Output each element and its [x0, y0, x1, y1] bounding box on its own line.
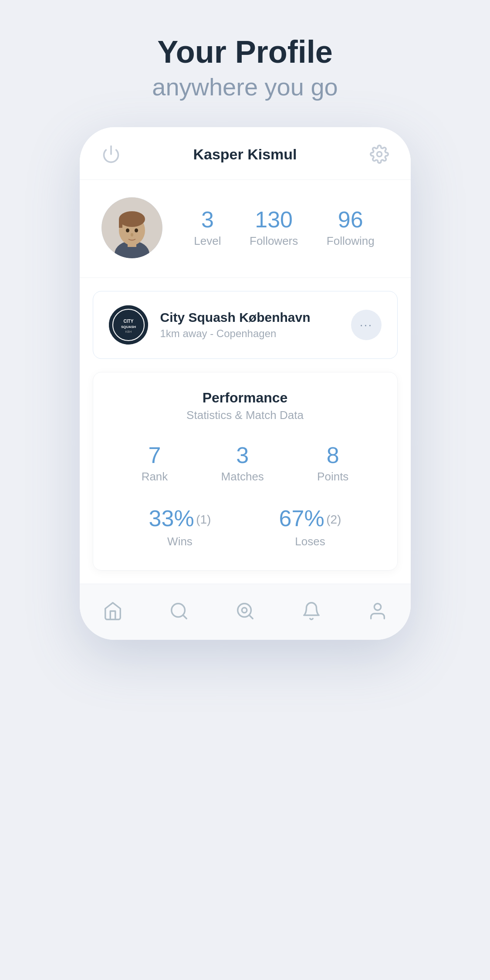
level-label: Level — [194, 234, 221, 248]
svg-rect-7 — [119, 219, 122, 228]
club-info: City Squash København 1km away - Copenha… — [160, 310, 351, 340]
performance-stats-row: 7 Rank 3 Matches 8 Points — [115, 444, 375, 483]
win-loss-row: 33% (1) Wins 67% (2) Loses — [115, 505, 375, 548]
settings-icon[interactable] — [370, 145, 389, 164]
nav-home[interactable] — [100, 598, 126, 624]
page-subtitle: anywhere you go — [152, 73, 338, 101]
loses-item: 67% (2) Loses — [279, 505, 341, 548]
phone-mockup: Kasper Kismul — [80, 127, 411, 640]
nav-notifications[interactable] — [298, 598, 324, 624]
club-card[interactable]: CITY SQUASH KBH City Squash København 1k… — [93, 291, 398, 359]
wins-count: (1) — [196, 513, 211, 526]
level-number: 3 — [194, 208, 221, 231]
matches-label: Matches — [221, 470, 264, 483]
svg-text:SQUASH: SQUASH — [121, 325, 135, 329]
bottom-nav — [80, 584, 411, 640]
svg-line-19 — [249, 615, 252, 618]
club-more-button[interactable]: ··· — [351, 310, 382, 340]
wins-stat: 33% (1) — [149, 505, 211, 531]
svg-line-17 — [182, 615, 186, 618]
points-label: Points — [317, 470, 348, 483]
svg-text:CITY: CITY — [123, 319, 133, 324]
svg-point-6 — [119, 211, 145, 227]
svg-point-9 — [135, 229, 138, 233]
followers-label: Followers — [250, 234, 298, 248]
wins-percent: 33% — [149, 506, 194, 531]
avatar — [101, 197, 162, 258]
performance-subtitle: Statistics & Match Data — [115, 409, 375, 422]
performance-card: Performance Statistics & Match Data 7 Ra… — [93, 372, 398, 571]
page-title: Your Profile — [152, 35, 338, 69]
power-icon[interactable] — [101, 145, 121, 164]
stat-following: 96 Following — [327, 208, 375, 248]
followers-number: 130 — [250, 208, 298, 231]
svg-point-8 — [126, 229, 129, 233]
matches-number: 3 — [221, 444, 264, 466]
more-dots-icon: ··· — [360, 318, 372, 332]
club-logo: CITY SQUASH KBH — [109, 305, 148, 345]
following-label: Following — [327, 234, 375, 248]
loses-count: (2) — [326, 513, 341, 526]
page-header: Your Profile anywhere you go — [152, 35, 338, 101]
loses-stat: 67% (2) — [279, 505, 341, 531]
club-name: City Squash København — [160, 310, 351, 325]
svg-point-20 — [242, 608, 247, 613]
nav-search[interactable] — [166, 598, 192, 624]
rank-label: Rank — [142, 470, 168, 483]
loses-label: Loses — [279, 535, 341, 548]
performance-title: Performance — [115, 390, 375, 406]
perf-rank: 7 Rank — [142, 444, 168, 483]
club-location: 1km away - Copenhagen — [160, 328, 351, 340]
wins-label: Wins — [149, 535, 211, 548]
perf-points: 8 Points — [317, 444, 348, 483]
svg-point-21 — [374, 604, 381, 610]
points-number: 8 — [317, 444, 348, 466]
nav-activity[interactable] — [232, 598, 258, 624]
rank-number: 7 — [142, 444, 168, 466]
profile-header-bar: Kasper Kismul — [80, 127, 411, 180]
perf-matches: 3 Matches — [221, 444, 264, 483]
svg-point-10 — [131, 233, 133, 237]
following-number: 96 — [327, 208, 375, 231]
wins-item: 33% (1) Wins — [149, 505, 211, 548]
stats-grid: 3 Level 130 Followers 96 Following — [180, 208, 389, 248]
stat-followers: 130 Followers — [250, 208, 298, 248]
nav-profile[interactable] — [365, 598, 391, 624]
loses-percent: 67% — [279, 506, 324, 531]
stat-level: 3 Level — [194, 208, 221, 248]
svg-point-1 — [377, 152, 382, 157]
svg-text:KBH: KBH — [125, 330, 131, 333]
user-stats-section: 3 Level 130 Followers 96 Following — [80, 180, 411, 278]
profile-username: Kasper Kismul — [193, 146, 297, 163]
